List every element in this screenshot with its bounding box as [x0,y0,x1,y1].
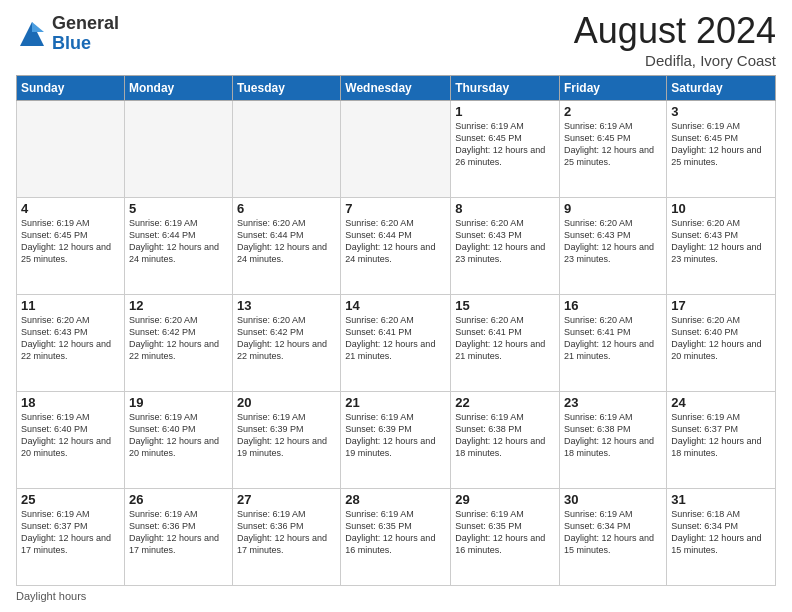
day-number: 12 [129,298,228,313]
day-info: Sunrise: 6:20 AM Sunset: 6:44 PM Dayligh… [237,217,336,266]
calendar-cell: 13Sunrise: 6:20 AM Sunset: 6:42 PM Dayli… [233,295,341,392]
calendar-cell: 17Sunrise: 6:20 AM Sunset: 6:40 PM Dayli… [667,295,776,392]
day-info: Sunrise: 6:19 AM Sunset: 6:45 PM Dayligh… [455,120,555,169]
day-number: 19 [129,395,228,410]
calendar-cell: 1Sunrise: 6:19 AM Sunset: 6:45 PM Daylig… [451,101,560,198]
header: General Blue August 2024 Dedifla, Ivory … [16,10,776,69]
day-number: 5 [129,201,228,216]
day-info: Sunrise: 6:20 AM Sunset: 6:42 PM Dayligh… [129,314,228,363]
week-row-0: 1Sunrise: 6:19 AM Sunset: 6:45 PM Daylig… [17,101,776,198]
calendar-cell [17,101,125,198]
days-header-row: SundayMondayTuesdayWednesdayThursdayFrid… [17,76,776,101]
day-number: 6 [237,201,336,216]
day-info: Sunrise: 6:19 AM Sunset: 6:40 PM Dayligh… [129,411,228,460]
day-info: Sunrise: 6:19 AM Sunset: 6:35 PM Dayligh… [455,508,555,557]
calendar-cell: 12Sunrise: 6:20 AM Sunset: 6:42 PM Dayli… [124,295,232,392]
day-number: 11 [21,298,120,313]
day-number: 22 [455,395,555,410]
day-number: 15 [455,298,555,313]
calendar-cell: 24Sunrise: 6:19 AM Sunset: 6:37 PM Dayli… [667,392,776,489]
header-tuesday: Tuesday [233,76,341,101]
day-number: 1 [455,104,555,119]
day-info: Sunrise: 6:19 AM Sunset: 6:38 PM Dayligh… [455,411,555,460]
calendar-table: SundayMondayTuesdayWednesdayThursdayFrid… [16,75,776,586]
day-number: 26 [129,492,228,507]
calendar-cell: 29Sunrise: 6:19 AM Sunset: 6:35 PM Dayli… [451,489,560,586]
header-saturday: Saturday [667,76,776,101]
calendar-cell: 10Sunrise: 6:20 AM Sunset: 6:43 PM Dayli… [667,198,776,295]
footer-note: Daylight hours [16,590,776,602]
calendar-cell: 3Sunrise: 6:19 AM Sunset: 6:45 PM Daylig… [667,101,776,198]
calendar-header: SundayMondayTuesdayWednesdayThursdayFrid… [17,76,776,101]
week-row-1: 4Sunrise: 6:19 AM Sunset: 6:45 PM Daylig… [17,198,776,295]
calendar-cell: 15Sunrise: 6:20 AM Sunset: 6:41 PM Dayli… [451,295,560,392]
day-number: 23 [564,395,662,410]
month-title: August 2024 [574,10,776,52]
logo: General Blue [16,14,119,54]
calendar-cell: 8Sunrise: 6:20 AM Sunset: 6:43 PM Daylig… [451,198,560,295]
day-info: Sunrise: 6:19 AM Sunset: 6:45 PM Dayligh… [564,120,662,169]
day-number: 9 [564,201,662,216]
day-number: 4 [21,201,120,216]
logo-icon [16,18,48,50]
week-row-4: 25Sunrise: 6:19 AM Sunset: 6:37 PM Dayli… [17,489,776,586]
calendar-cell: 31Sunrise: 6:18 AM Sunset: 6:34 PM Dayli… [667,489,776,586]
logo-general: General [52,14,119,34]
day-number: 18 [21,395,120,410]
day-number: 7 [345,201,446,216]
day-info: Sunrise: 6:20 AM Sunset: 6:42 PM Dayligh… [237,314,336,363]
calendar-cell: 21Sunrise: 6:19 AM Sunset: 6:39 PM Dayli… [341,392,451,489]
calendar-cell: 20Sunrise: 6:19 AM Sunset: 6:39 PM Dayli… [233,392,341,489]
day-info: Sunrise: 6:19 AM Sunset: 6:38 PM Dayligh… [564,411,662,460]
calendar-cell: 19Sunrise: 6:19 AM Sunset: 6:40 PM Dayli… [124,392,232,489]
calendar-cell: 2Sunrise: 6:19 AM Sunset: 6:45 PM Daylig… [560,101,667,198]
day-info: Sunrise: 6:19 AM Sunset: 6:37 PM Dayligh… [671,411,771,460]
day-number: 13 [237,298,336,313]
day-info: Sunrise: 6:19 AM Sunset: 6:37 PM Dayligh… [21,508,120,557]
calendar-cell: 27Sunrise: 6:19 AM Sunset: 6:36 PM Dayli… [233,489,341,586]
day-number: 21 [345,395,446,410]
day-number: 8 [455,201,555,216]
day-number: 3 [671,104,771,119]
calendar-cell: 14Sunrise: 6:20 AM Sunset: 6:41 PM Dayli… [341,295,451,392]
svg-marker-1 [32,22,44,32]
header-monday: Monday [124,76,232,101]
day-number: 28 [345,492,446,507]
day-number: 29 [455,492,555,507]
calendar-cell: 23Sunrise: 6:19 AM Sunset: 6:38 PM Dayli… [560,392,667,489]
calendar-cell: 26Sunrise: 6:19 AM Sunset: 6:36 PM Dayli… [124,489,232,586]
header-friday: Friday [560,76,667,101]
day-info: Sunrise: 6:19 AM Sunset: 6:40 PM Dayligh… [21,411,120,460]
day-info: Sunrise: 6:18 AM Sunset: 6:34 PM Dayligh… [671,508,771,557]
calendar-cell: 18Sunrise: 6:19 AM Sunset: 6:40 PM Dayli… [17,392,125,489]
calendar-cell: 16Sunrise: 6:20 AM Sunset: 6:41 PM Dayli… [560,295,667,392]
calendar-body: 1Sunrise: 6:19 AM Sunset: 6:45 PM Daylig… [17,101,776,586]
day-number: 24 [671,395,771,410]
day-number: 17 [671,298,771,313]
calendar-cell [124,101,232,198]
calendar-cell [341,101,451,198]
title-block: August 2024 Dedifla, Ivory Coast [574,10,776,69]
day-info: Sunrise: 6:20 AM Sunset: 6:43 PM Dayligh… [21,314,120,363]
day-info: Sunrise: 6:20 AM Sunset: 6:40 PM Dayligh… [671,314,771,363]
calendar-cell: 30Sunrise: 6:19 AM Sunset: 6:34 PM Dayli… [560,489,667,586]
day-number: 25 [21,492,120,507]
header-wednesday: Wednesday [341,76,451,101]
calendar-cell: 25Sunrise: 6:19 AM Sunset: 6:37 PM Dayli… [17,489,125,586]
calendar-cell: 28Sunrise: 6:19 AM Sunset: 6:35 PM Dayli… [341,489,451,586]
day-number: 16 [564,298,662,313]
day-info: Sunrise: 6:19 AM Sunset: 6:36 PM Dayligh… [129,508,228,557]
day-info: Sunrise: 6:19 AM Sunset: 6:39 PM Dayligh… [237,411,336,460]
day-number: 14 [345,298,446,313]
day-info: Sunrise: 6:19 AM Sunset: 6:45 PM Dayligh… [671,120,771,169]
calendar-cell: 11Sunrise: 6:20 AM Sunset: 6:43 PM Dayli… [17,295,125,392]
day-number: 10 [671,201,771,216]
day-info: Sunrise: 6:20 AM Sunset: 6:41 PM Dayligh… [345,314,446,363]
day-info: Sunrise: 6:20 AM Sunset: 6:43 PM Dayligh… [671,217,771,266]
day-info: Sunrise: 6:19 AM Sunset: 6:36 PM Dayligh… [237,508,336,557]
header-thursday: Thursday [451,76,560,101]
day-info: Sunrise: 6:19 AM Sunset: 6:45 PM Dayligh… [21,217,120,266]
day-info: Sunrise: 6:19 AM Sunset: 6:39 PM Dayligh… [345,411,446,460]
calendar-cell: 6Sunrise: 6:20 AM Sunset: 6:44 PM Daylig… [233,198,341,295]
day-number: 20 [237,395,336,410]
